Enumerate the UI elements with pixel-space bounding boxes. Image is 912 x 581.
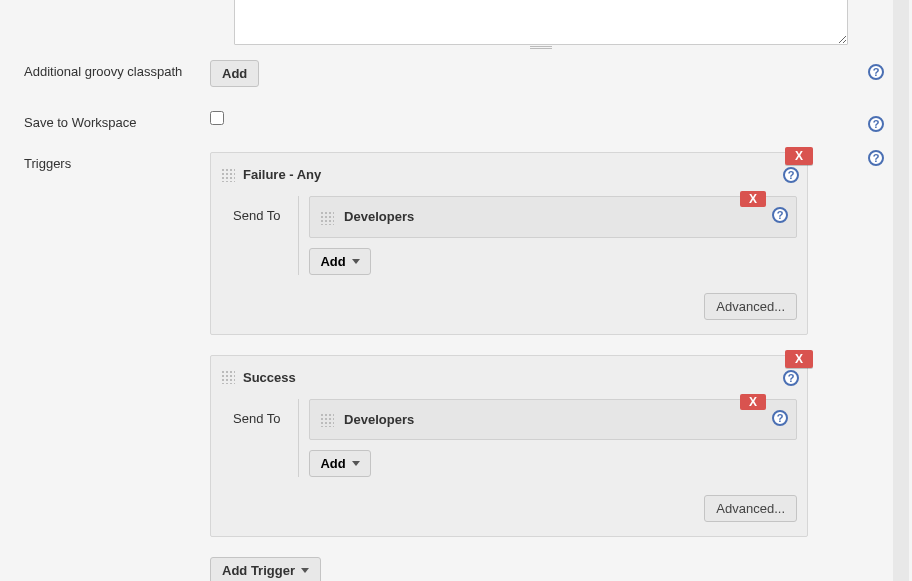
help-icon[interactable]: ? [783,167,799,183]
advanced-button[interactable]: Advanced... [704,293,797,320]
help-icon[interactable]: ? [868,150,884,166]
add-recipient-button[interactable]: Add [309,248,370,275]
trigger-title: Success [243,370,296,385]
delete-recipient-button[interactable]: X [740,191,766,207]
textarea-resize-handle[interactable] [234,46,848,53]
drag-handle-icon[interactable] [320,211,334,225]
drag-handle-icon[interactable] [221,370,235,384]
delete-recipient-button[interactable]: X [740,394,766,410]
script-textarea[interactable] [234,0,848,45]
chevron-down-icon [352,461,360,466]
add-recipient-button[interactable]: Add [309,450,370,477]
help-icon[interactable]: ? [772,410,788,426]
add-classpath-button[interactable]: Add [210,60,259,87]
add-trigger-button[interactable]: Add Trigger [210,557,321,581]
help-icon[interactable]: ? [783,370,799,386]
drag-handle-icon[interactable] [221,168,235,182]
right-gutter [893,0,909,581]
help-icon[interactable]: ? [868,116,884,132]
drag-handle-icon[interactable] [320,413,334,427]
help-icon[interactable]: ? [868,64,884,80]
advanced-button[interactable]: Advanced... [704,495,797,522]
send-to-label: Send To [233,196,280,223]
trigger-card: X Failure - Any ? Send To X Developers ? [210,152,808,335]
help-icon[interactable]: ? [772,207,788,223]
chevron-down-icon [301,568,309,573]
recipient-name: Developers [344,412,414,427]
classpath-label: Additional groovy classpath [0,60,210,79]
trigger-card: X Success ? Send To X Developers ? [210,355,808,538]
triggers-label: Triggers [0,152,210,171]
recipient-card: X Developers ? [309,196,797,238]
save-workspace-label: Save to Workspace [0,111,210,130]
send-to-label: Send To [233,399,280,426]
trigger-title: Failure - Any [243,167,321,182]
delete-trigger-button[interactable]: X [785,147,813,165]
save-workspace-checkbox[interactable] [210,111,224,125]
recipient-name: Developers [344,209,414,224]
chevron-down-icon [352,259,360,264]
delete-trigger-button[interactable]: X [785,350,813,368]
recipient-card: X Developers ? [309,399,797,441]
